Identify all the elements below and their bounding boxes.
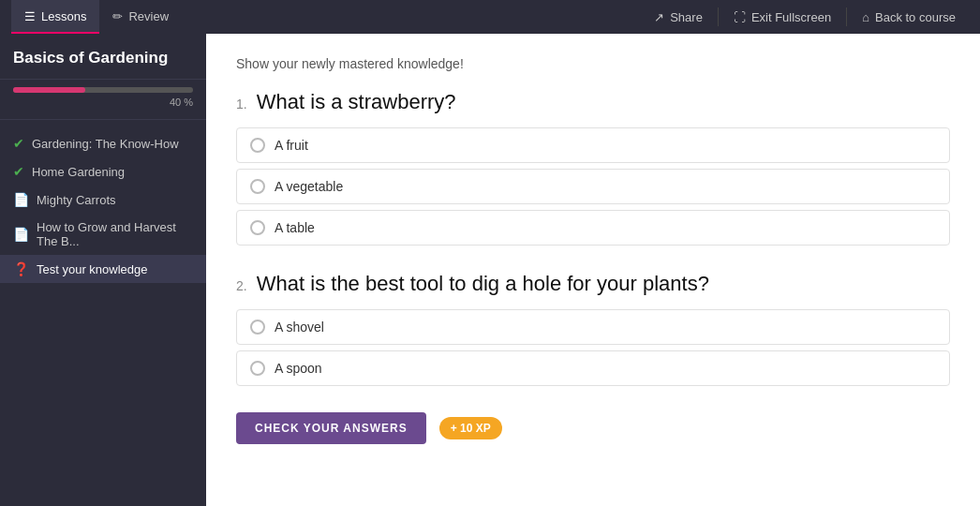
tab-lessons-label: Lessons <box>41 9 86 23</box>
content-area: Show your newly mastered knowledge! 1. W… <box>206 34 980 506</box>
progress-fill <box>13 87 85 93</box>
sidebar-item-how-to-grow[interactable]: 📄 How to Grow and Harvest The B... <box>0 214 206 255</box>
progress-track <box>13 87 193 93</box>
option-q1-c[interactable]: A table <box>236 210 950 246</box>
nav-actions: ↗ Share ⛶ Exit Fullscreen ⌂ Back to cour… <box>641 0 969 34</box>
actions-row: CHECK YOUR ANSWERS + 10 XP <box>236 412 950 444</box>
sidebar-item-label: Home Gardening <box>32 165 125 179</box>
option-q2-a-label: A shovel <box>275 320 324 335</box>
option-q1-c-label: A table <box>275 220 315 235</box>
home-icon: ⌂ <box>862 10 869 24</box>
doc-icon-1: 📄 <box>13 192 29 207</box>
share-icon: ↗ <box>654 10 664 24</box>
review-icon: ✏ <box>112 9 123 23</box>
progress-container: 40 % <box>0 80 206 120</box>
sidebar-item-home-gardening[interactable]: ✔ Home Gardening <box>0 157 206 186</box>
back-to-course-label: Back to course <box>875 10 956 24</box>
option-q2-b[interactable]: A spoon <box>236 350 950 386</box>
xp-badge: + 10 XP <box>439 417 502 439</box>
sidebar-item-label: Gardening: The Know-How <box>32 137 179 151</box>
radio-q1-a[interactable] <box>250 138 265 153</box>
content-subtitle: Show your newly mastered knowledge! <box>236 56 950 71</box>
sidebar-item-mighty-carrots[interactable]: 📄 Mighty Carrots <box>0 186 206 214</box>
check-answers-button[interactable]: CHECK YOUR ANSWERS <box>236 412 426 444</box>
tab-review[interactable]: ✏ Review <box>99 0 182 34</box>
question-1-number: 1. <box>236 97 247 112</box>
check-icon-2: ✔ <box>13 164 24 179</box>
back-to-course-button[interactable]: ⌂ Back to course <box>849 0 969 34</box>
check-icon-1: ✔ <box>13 136 24 151</box>
option-q2-b-label: A spoon <box>275 361 322 376</box>
share-label: Share <box>670 10 703 24</box>
radio-q2-a[interactable] <box>250 320 265 335</box>
sidebar-item-label: Test your knowledge <box>37 262 148 276</box>
sidebar-item-gardening-know-how[interactable]: ✔ Gardening: The Know-How <box>0 129 206 157</box>
tab-lessons[interactable]: ☰ Lessons <box>11 0 99 34</box>
question-1-block: 1. What is a strawberry? A fruit A veget… <box>236 90 950 246</box>
question-2-number: 2. <box>236 278 247 293</box>
main-layout: Basics of Gardening 40 % ✔ Gardening: Th… <box>0 34 980 506</box>
option-q1-b-label: A vegetable <box>275 179 343 194</box>
sidebar-item-label: How to Grow and Harvest The B... <box>37 220 193 248</box>
question-1-title: 1. What is a strawberry? <box>236 90 950 114</box>
sidebar-item-label: Mighty Carrots <box>37 193 116 207</box>
exit-fullscreen-label: Exit Fullscreen <box>751 10 831 24</box>
radio-q1-c[interactable] <box>250 220 265 235</box>
sidebar: Basics of Gardening 40 % ✔ Gardening: Th… <box>0 34 206 506</box>
nav-divider-1 <box>718 7 719 26</box>
option-q2-a[interactable]: A shovel <box>236 309 950 345</box>
question-2-title: 2. What is the best tool to dig a hole f… <box>236 272 950 296</box>
exit-fullscreen-button[interactable]: ⛶ Exit Fullscreen <box>720 0 844 34</box>
sidebar-item-test-knowledge[interactable]: ❓ Test your knowledge <box>0 255 206 283</box>
radio-q2-b[interactable] <box>250 361 265 376</box>
radio-q1-b[interactable] <box>250 179 265 194</box>
share-button[interactable]: ↗ Share <box>641 0 716 34</box>
sidebar-items: ✔ Gardening: The Know-How ✔ Home Gardeni… <box>0 120 206 292</box>
option-q1-b[interactable]: A vegetable <box>236 169 950 204</box>
progress-label: 40 % <box>13 97 193 108</box>
top-nav: ☰ Lessons ✏ Review ↗ Share ⛶ Exit Fullsc… <box>0 0 980 34</box>
question-1-text: What is a strawberry? <box>257 90 456 113</box>
tab-review-label: Review <box>128 9 169 23</box>
question-2-block: 2. What is the best tool to dig a hole f… <box>236 272 950 386</box>
doc-icon-2: 📄 <box>13 227 29 242</box>
lessons-icon: ☰ <box>24 9 36 23</box>
sidebar-title: Basics of Gardening <box>0 34 206 80</box>
question-2-text: What is the best tool to dig a hole for … <box>257 272 709 295</box>
nav-divider-2 <box>846 7 847 26</box>
fullscreen-icon: ⛶ <box>734 10 746 24</box>
quiz-icon: ❓ <box>13 261 29 276</box>
option-q1-a-label: A fruit <box>275 138 308 153</box>
option-q1-a[interactable]: A fruit <box>236 127 950 163</box>
